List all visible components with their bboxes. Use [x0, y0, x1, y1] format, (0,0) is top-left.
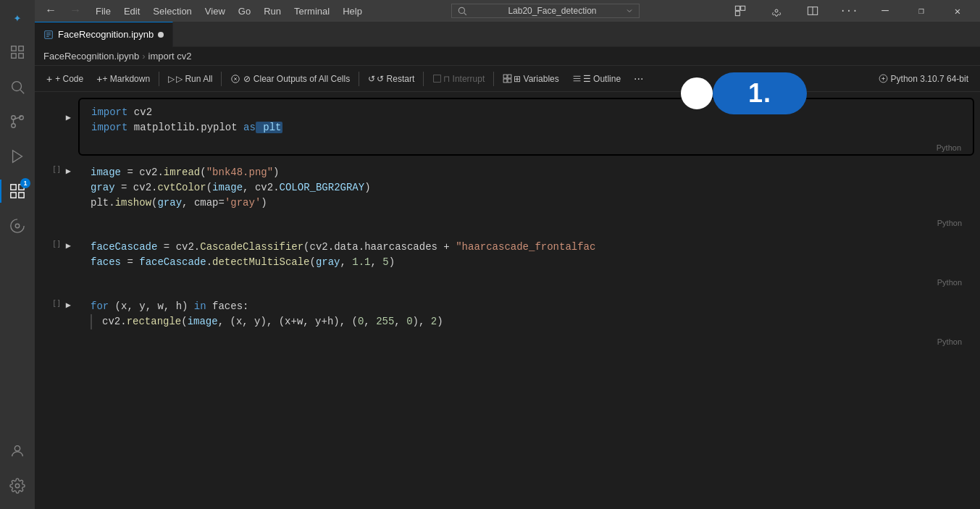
- toolbar-separator-2: [221, 72, 222, 86]
- cell-1-container[interactable]: import cv2 import matplotlib.pyplot as p…: [78, 98, 974, 156]
- svg-point-14: [15, 224, 20, 228]
- num-0-2: 0: [406, 316, 412, 327]
- clear-outputs-button[interactable]: ⊘ Clear Outputs of All Cells: [225, 70, 356, 88]
- svg-point-15: [14, 446, 20, 451]
- cell-gutter-1: ▶: [35, 98, 78, 123]
- cell-3-container[interactable]: faceCascade = cv2.CascadeClassifier(cv2.…: [78, 233, 974, 290]
- run-cell-1-button[interactable]: ▶: [63, 104, 72, 123]
- fn-cvtcolor: cvtColor: [157, 182, 206, 193]
- run-cell-3-button[interactable]: ▶: [63, 239, 72, 251]
- interrupt-button[interactable]: ⊓ Interrupt: [427, 70, 490, 88]
- outline-icon: [572, 74, 582, 83]
- close-button[interactable]: ✕: [941, 0, 974, 22]
- more-button[interactable]: ···: [628, 70, 649, 88]
- svg-rect-35: [503, 79, 507, 83]
- var-gray: gray: [91, 182, 115, 193]
- account-icon[interactable]: [0, 434, 35, 468]
- menu-run[interactable]: Run: [258, 4, 287, 18]
- menu-go[interactable]: Go: [233, 4, 256, 18]
- restart-button[interactable]: ↺ ↺ Restart: [362, 70, 420, 88]
- clear-outputs-label: ⊘ Clear Outputs of All Cells: [243, 74, 350, 84]
- run-cell-2-button[interactable]: ▶: [63, 164, 72, 177]
- toolbar-separator-4: [423, 72, 424, 86]
- breadcrumb-part-1[interactable]: FaceRecognition.ipynb: [43, 51, 139, 62]
- cell-1-line-1: import cv2: [91, 105, 961, 120]
- nav-back-button[interactable]: ←: [41, 1, 61, 21]
- num-2: 2: [431, 316, 437, 327]
- variables-label: ⊞ Variables: [514, 74, 558, 84]
- svg-rect-36: [508, 79, 511, 83]
- title-bar-left: ← → File Edit Selection View Go Run Term…: [41, 1, 368, 21]
- menu-help[interactable]: Help: [337, 4, 368, 18]
- vscode-logo-icon[interactable]: ✦: [0, 0, 35, 35]
- cell-4-container[interactable]: for (x, y, w, h) in faces: cv2.rectangle…: [78, 293, 974, 349]
- menu-view[interactable]: View: [199, 4, 231, 18]
- menu-selection[interactable]: Selection: [147, 4, 197, 18]
- cell-2-line-2: gray = cv2.cvtColor(image, cv2.COLOR_BGR…: [91, 180, 962, 195]
- menu-edit[interactable]: Edit: [118, 4, 146, 18]
- svg-rect-0: [12, 46, 16, 51]
- breadcrumb-part-2[interactable]: import cv2: [148, 51, 192, 62]
- toolbar-separator-5: [493, 72, 494, 86]
- svg-rect-34: [508, 75, 511, 78]
- settings-toolbar-icon[interactable]: [760, 0, 793, 22]
- settings-icon[interactable]: [0, 468, 35, 503]
- extensions-badge: 1: [20, 178, 30, 188]
- add-code-button[interactable]: + + Code: [41, 70, 89, 88]
- python-env-label: Python 3.10.7 64-bit: [891, 74, 968, 84]
- sidebar-item-explorer[interactable]: [0, 35, 35, 70]
- sidebar-item-run-debug[interactable]: [0, 139, 35, 174]
- menu-file[interactable]: File: [90, 4, 117, 18]
- maximize-button[interactable]: ❐: [905, 0, 938, 22]
- menu-terminal[interactable]: Terminal: [288, 4, 335, 18]
- run-all-button[interactable]: ▷ ▷ Run All: [162, 70, 218, 88]
- num-5: 5: [382, 256, 388, 268]
- fn-imshow: imshow: [115, 197, 151, 209]
- toolbar-separator-3: [359, 72, 359, 86]
- cell-1-line-2: import matplotlib.pyplot as plt: [91, 120, 961, 135]
- tab-face-recognition[interactable]: FaceRecognition.ipynb: [35, 22, 173, 47]
- search-input[interactable]: [451, 4, 640, 18]
- nav-forward-button[interactable]: →: [65, 1, 85, 21]
- svg-rect-32: [434, 75, 441, 83]
- cell-1-code: import cv2 import matplotlib.pyplot as p…: [80, 99, 973, 141]
- svg-point-16: [15, 484, 20, 488]
- num-1-1: 1.1: [352, 256, 370, 268]
- menu-bar: File Edit Selection View Go Run Terminal…: [90, 4, 368, 18]
- svg-marker-9: [13, 151, 22, 163]
- minimize-button[interactable]: —: [868, 0, 902, 22]
- sidebar-item-jupyter[interactable]: [0, 209, 35, 243]
- outline-button[interactable]: ☰ Outline: [566, 70, 627, 88]
- str-haarcascade: "haarcascade_frontalfac: [456, 241, 595, 253]
- run-cell-4-button[interactable]: ▶: [63, 298, 72, 311]
- layout-icon[interactable]: [724, 0, 757, 22]
- callout-circle: [681, 77, 713, 109]
- sidebar-item-source-control[interactable]: [0, 104, 35, 139]
- cell-2-container[interactable]: image = cv2.imread("bnk48.png") gray = c…: [78, 159, 974, 230]
- python-icon: [879, 74, 888, 83]
- python-env-button[interactable]: Python 3.10.7 64-bit: [873, 70, 974, 88]
- editor-layout-icon[interactable]: [796, 0, 829, 22]
- add-code-label: + Code: [55, 74, 83, 84]
- const-color: COLOR_BGR2GRAY: [280, 182, 365, 193]
- title-bar-center: [368, 4, 724, 18]
- svg-rect-1: [19, 46, 23, 51]
- svg-rect-33: [503, 75, 507, 78]
- overflow-menu-icon[interactable]: ···: [832, 0, 866, 22]
- breadcrumb-separator: ›: [142, 51, 145, 62]
- variables-button[interactable]: ⊞ Variables: [497, 70, 564, 88]
- interrupt-label: ⊓ Interrupt: [443, 74, 485, 84]
- sidebar-item-search[interactable]: [0, 70, 35, 104]
- svg-point-6: [12, 124, 16, 128]
- notebook-file-icon: [43, 30, 54, 40]
- svg-rect-10: [11, 185, 16, 190]
- tab-bar: FaceRecognition.ipynb: [35, 22, 980, 47]
- keyword-as: as: [243, 122, 256, 133]
- add-markdown-button[interactable]: + + Markdown: [91, 70, 156, 88]
- sidebar-item-extensions[interactable]: 1: [0, 174, 35, 209]
- num-255: 255: [376, 316, 394, 327]
- outline-label: ☰ Outline: [583, 74, 621, 84]
- cell-4-code: for (x, y, w, h) in faces: cv2.rectangle…: [79, 293, 973, 335]
- var-faces: faces: [91, 256, 121, 268]
- run-all-icon: ▷: [168, 74, 175, 84]
